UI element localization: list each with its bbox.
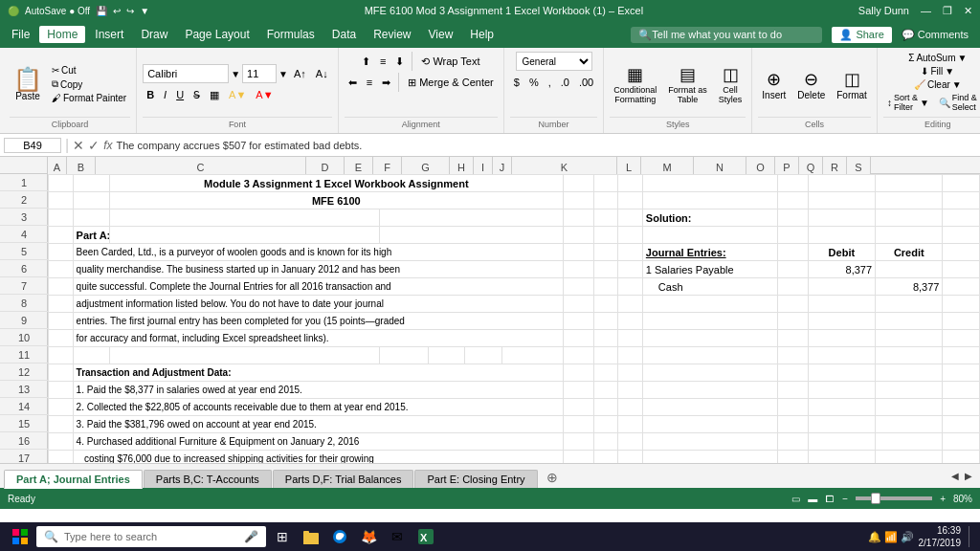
cell-i7[interactable] — [593, 278, 618, 296]
cell-n10[interactable] — [876, 330, 943, 347]
col-header-b[interactable]: B — [67, 157, 96, 174]
align-right-btn[interactable]: ➡ — [378, 73, 394, 92]
fill-color-button[interactable]: A▼ — [225, 85, 250, 104]
col-header-a[interactable]: A — [48, 157, 67, 174]
cell-o2[interactable] — [943, 192, 980, 209]
cell-i1[interactable] — [593, 175, 618, 192]
cell-a4[interactable] — [49, 227, 74, 244]
cell-l4[interactable] — [777, 227, 808, 244]
cell-h4[interactable] — [563, 227, 593, 244]
cell-k4[interactable] — [642, 227, 777, 244]
row-header-1[interactable]: 1 — [0, 174, 48, 191]
row-header-13[interactable]: 13 — [0, 381, 48, 398]
row-header-12[interactable]: 12 — [0, 364, 48, 381]
cell-a14[interactable] — [49, 399, 74, 416]
format-btn[interactable]: ◫ Format — [833, 67, 871, 102]
cell-l13[interactable] — [777, 382, 808, 399]
insert-btn[interactable]: ⊕ Insert — [758, 67, 790, 102]
cell-k9[interactable] — [642, 313, 777, 330]
comma-btn[interactable]: , — [545, 73, 555, 92]
cell-i9[interactable] — [593, 313, 618, 330]
cell-j16[interactable] — [618, 433, 643, 451]
italic-button[interactable]: I — [160, 85, 170, 104]
cell-j2[interactable] — [618, 192, 643, 209]
cell-b10[interactable]: for accuracy and format, including Excel… — [73, 330, 563, 347]
col-header-d[interactable]: D — [306, 157, 345, 174]
cell-m5[interactable]: Debit — [808, 244, 875, 261]
cell-m17[interactable] — [808, 451, 875, 464]
cell-o6[interactable] — [943, 261, 980, 278]
zoom-minus-btn[interactable]: − — [842, 494, 848, 504]
fill-btn[interactable]: ⬇ Fill ▼ — [917, 65, 958, 77]
cell-i15[interactable] — [593, 416, 618, 433]
decimal-decrease-btn[interactable]: .00 — [575, 73, 597, 92]
view-normal-btn[interactable]: ▭ — [791, 494, 800, 504]
dollar-btn[interactable]: $ — [510, 73, 523, 92]
cell-m1[interactable] — [808, 175, 875, 192]
cell-l8[interactable] — [777, 296, 808, 313]
col-header-k[interactable]: K — [512, 157, 617, 174]
cell-i6[interactable] — [593, 261, 618, 278]
row-header-15[interactable]: 15 — [0, 415, 48, 432]
cell-h3[interactable] — [563, 209, 593, 227]
cell-n6[interactable] — [876, 261, 943, 278]
cell-l5[interactable] — [777, 244, 808, 261]
cell-n3[interactable] — [876, 209, 943, 227]
cell-j12[interactable] — [618, 364, 643, 382]
cell-c11[interactable] — [109, 347, 379, 364]
zoom-slider[interactable] — [856, 496, 932, 500]
cell-m16[interactable] — [808, 433, 875, 451]
cell-j10[interactable] — [618, 330, 643, 347]
col-header-i[interactable]: I — [474, 157, 493, 174]
cell-m4[interactable] — [808, 227, 875, 244]
col-header-m[interactable]: M — [641, 157, 694, 174]
row-header-8[interactable]: 8 — [0, 295, 48, 312]
menu-page-layout[interactable]: Page Layout — [177, 26, 256, 43]
cell-styles-btn[interactable]: ◫ CellStyles — [715, 62, 746, 106]
cell-a9[interactable] — [49, 313, 74, 330]
cell-i4[interactable] — [593, 227, 618, 244]
clear-btn[interactable]: 🧹 Clear ▼ — [910, 78, 966, 91]
cell-j9[interactable] — [618, 313, 643, 330]
col-header-h[interactable]: H — [450, 157, 474, 174]
cell-m3[interactable] — [808, 209, 875, 227]
col-header-j[interactable]: J — [493, 157, 512, 174]
cell-n4[interactable] — [876, 227, 943, 244]
cell-c4[interactable] — [109, 227, 379, 244]
menu-data[interactable]: Data — [324, 26, 364, 43]
cell-a15[interactable] — [49, 416, 74, 433]
cell-l12[interactable] — [777, 364, 808, 382]
cell-o11[interactable] — [943, 347, 980, 364]
align-center-btn[interactable]: ≡ — [363, 73, 376, 92]
cell-g11[interactable] — [501, 347, 563, 364]
formula-cancel-btn[interactable]: ✕ — [73, 138, 84, 153]
cell-n16[interactable] — [876, 433, 943, 451]
font-decrease-btn[interactable]: A↓ — [312, 64, 332, 83]
cell-j13[interactable] — [618, 382, 643, 399]
col-header-o[interactable]: O — [746, 157, 775, 174]
format-as-table-btn[interactable]: ▤ Format asTable — [664, 62, 711, 106]
col-header-e[interactable]: E — [345, 157, 373, 174]
col-header-r[interactable]: R — [823, 157, 847, 174]
conditional-formatting-btn[interactable]: ▦ ConditionalFormatting — [610, 62, 660, 106]
cell-h11[interactable] — [563, 347, 593, 364]
row-header-10[interactable]: 10 — [0, 329, 48, 346]
cell-a7[interactable] — [49, 278, 74, 296]
undo-icon[interactable]: ↩ — [113, 6, 121, 16]
cell-b14[interactable]: 2. Collected the $22,805 of accounts rec… — [73, 399, 563, 416]
cell-l2[interactable] — [777, 192, 808, 209]
microphone-icon[interactable]: 🎤 — [244, 530, 258, 543]
cell-f11[interactable] — [465, 347, 501, 364]
menu-draw[interactable]: Draw — [133, 26, 175, 43]
cell-o5[interactable] — [943, 244, 980, 261]
merge-center-button[interactable]: ⊞ Merge & Center — [404, 73, 498, 92]
cell-n13[interactable] — [876, 382, 943, 399]
cell-l16[interactable] — [777, 433, 808, 451]
cell-l3[interactable] — [777, 209, 808, 227]
zoom-plus-btn[interactable]: + — [940, 494, 946, 504]
cell-l9[interactable] — [777, 313, 808, 330]
cell-b2[interactable] — [73, 192, 109, 209]
menu-home[interactable]: Home — [39, 26, 85, 43]
col-header-c[interactable]: C — [96, 157, 306, 174]
cell-n14[interactable] — [876, 399, 943, 416]
